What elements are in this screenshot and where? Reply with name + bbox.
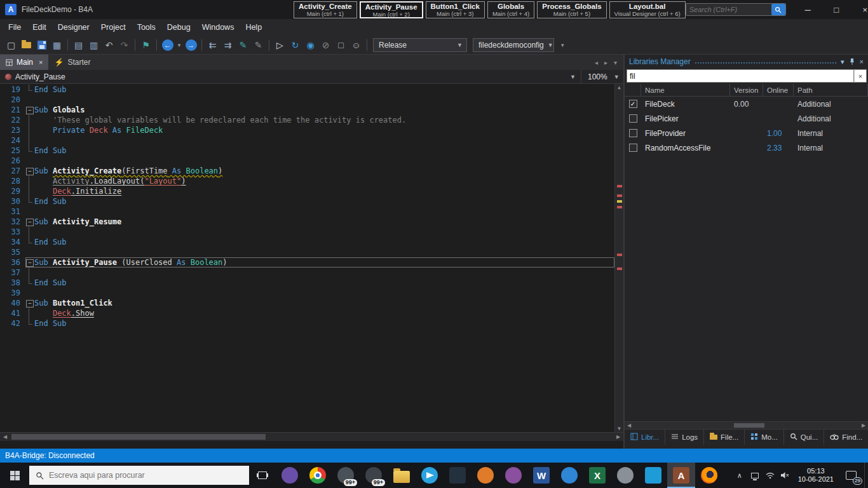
tool-tab-find[interactable]: Find... [824, 430, 868, 445]
stop-icon[interactable]: □ [334, 38, 348, 52]
pin-icon[interactable] [849, 58, 855, 65]
shift-left-icon[interactable]: ⇇ [205, 38, 220, 52]
code-line-21[interactable]: 21Sub Globals [0, 105, 614, 115]
ethernet-icon[interactable] [747, 473, 763, 478]
show-desktop-strip[interactable] [864, 463, 868, 488]
taskbar-app-firefox[interactable] [695, 463, 723, 488]
code-line-35[interactable]: 35 [0, 247, 614, 257]
menu-tools[interactable]: Tools [132, 19, 161, 36]
fold-collapse-icon[interactable] [25, 166, 34, 176]
code-line-28[interactable]: 28 Activity.LoadLayout("Layout") [0, 176, 614, 186]
quick-tab-layout.bal[interactable]: Layout.balVisual Designer (ctrl + 6) [609, 1, 686, 18]
fold-collapse-icon[interactable] [25, 298, 34, 308]
code-line-31[interactable]: 31 [0, 207, 614, 217]
wifi-icon[interactable] [763, 471, 778, 479]
add-module-icon[interactable]: ▤ [71, 38, 86, 52]
tab-list-icon[interactable]: ▾ [614, 59, 617, 66]
tool-tab-mo[interactable]: Mo... [745, 430, 784, 445]
close-tab-icon[interactable]: × [39, 58, 43, 66]
undo-icon[interactable]: ↶ [102, 38, 116, 52]
tab-main[interactable]: Main × [0, 55, 48, 70]
new-file-icon[interactable]: ▢ [4, 38, 18, 52]
fold-collapse-icon[interactable] [25, 105, 34, 115]
taskbar-app-chrome[interactable] [304, 463, 332, 488]
menu-debug[interactable]: Debug [161, 19, 196, 36]
library-row-filedeck[interactable]: ✓FileDeck0.00Additional [625, 97, 868, 111]
code-line-33[interactable]: 33 [0, 227, 614, 237]
code-line-40[interactable]: 40Sub Button1_Click [0, 298, 614, 308]
library-row-filepicker[interactable]: FilePickerAdditional [625, 111, 868, 126]
run-icon[interactable]: ▷ [273, 38, 287, 52]
save-icon[interactable] [34, 38, 49, 52]
scroll-right-icon[interactable]: ▶ [859, 423, 868, 428]
taskbar-app-excel[interactable]: X [583, 463, 611, 488]
taskbar-app-visual-studio[interactable] [499, 463, 527, 488]
scroll-tabs-left-icon[interactable]: ◂ [595, 59, 598, 66]
code-line-26[interactable]: 26 [0, 156, 614, 166]
code-line-25[interactable]: 25End Sub [0, 146, 614, 156]
code-line-34[interactable]: 34End Sub [0, 237, 614, 247]
rapid-debug-icon[interactable]: ↻ [288, 38, 302, 52]
scroll-up-icon[interactable]: ▲ [615, 85, 623, 90]
column-path[interactable]: Path [794, 84, 868, 96]
start-button[interactable] [0, 463, 29, 488]
menu-help[interactable]: Help [240, 19, 268, 36]
tool-tab-libr[interactable]: Libr... [625, 430, 665, 445]
column-version[interactable]: Version [730, 84, 763, 96]
panel-menu-icon[interactable]: ▾ [841, 58, 844, 66]
code-line-36[interactable]: 36Sub Activity_Pause (UserClosed As Bool… [0, 257, 614, 268]
redo-icon[interactable]: ↷ [117, 38, 132, 52]
code-line-22[interactable]: 22 'These global variables will be redec… [0, 115, 614, 125]
action-center-button[interactable]: 29 [839, 463, 863, 488]
bookmark-icon[interactable]: ⚑ [139, 38, 153, 52]
taskbar-search-input[interactable] [49, 471, 243, 480]
sub-selector-dropdown[interactable]: Activity_Pause ▼ [0, 70, 581, 83]
clock[interactable]: 05:13 10-06-2021 [793, 467, 839, 484]
scroll-left-icon[interactable]: ◀ [0, 434, 10, 440]
tool-tab-logs[interactable]: Logs [665, 430, 704, 445]
search-button[interactable] [771, 4, 785, 15]
menu-file[interactable]: File [3, 19, 27, 36]
scroll-tabs-right-icon[interactable]: ▸ [604, 59, 607, 66]
taskbar-app-app-purple[interactable] [276, 463, 304, 488]
attach-icon[interactable]: ◉ [303, 38, 318, 52]
code-line-19[interactable]: 19End Sub [0, 85, 614, 95]
code-line-20[interactable]: 20 [0, 95, 614, 105]
shift-right-icon[interactable]: ⇉ [220, 38, 235, 52]
smiley-icon[interactable]: ☺ [349, 38, 363, 52]
taskbar-app-app-blue[interactable] [555, 463, 583, 488]
checkbox-checked[interactable]: ✓ [629, 100, 637, 108]
checkbox-unchecked[interactable] [629, 129, 637, 137]
panel-horizontal-scrollbar[interactable]: ◀ ▶ [625, 421, 868, 429]
library-row-fileprovider[interactable]: FileProvider1.00Internal [625, 126, 868, 140]
taskbar-app-app-gray[interactable] [611, 463, 639, 488]
taskbar-app-app-orange[interactable] [471, 463, 499, 488]
search-input[interactable] [686, 6, 771, 13]
taskbar-app-b4a[interactable]: A [667, 463, 695, 488]
fold-collapse-icon[interactable] [25, 257, 34, 268]
uncomment-icon[interactable]: ✎ [251, 38, 266, 52]
code-line-32[interactable]: 32Sub Activity_Resume [0, 217, 614, 227]
code-line-29[interactable]: 29 Deck.Initialize [0, 186, 614, 196]
back-history-icon[interactable]: ▾ [175, 38, 183, 52]
taskbar-app-app-teal[interactable] [639, 463, 667, 488]
scrollbar-thumb[interactable] [11, 434, 266, 440]
quick-tab-process_globals[interactable]: Process_GlobalsMain (ctrl + 5) [537, 1, 606, 18]
taskbar-search-box[interactable] [29, 466, 249, 485]
edit-module-icon[interactable]: ▥ [86, 38, 101, 52]
navigate-back-icon[interactable]: ← [160, 38, 175, 52]
library-filter-input[interactable] [627, 69, 854, 83]
column-name[interactable]: Name [641, 84, 730, 96]
task-view-button[interactable] [249, 463, 276, 488]
tab-starter[interactable]: ⚡ Starter [48, 55, 96, 70]
open-folder-icon[interactable] [19, 38, 34, 52]
taskbar-app-app-messages-2[interactable]: 99+ [360, 463, 388, 488]
code-area[interactable]: 19End Sub2021Sub Globals22 'These global… [0, 84, 614, 432]
scroll-left-icon[interactable]: ◀ [625, 423, 634, 428]
clear-filter-icon[interactable]: × [854, 69, 867, 83]
code-line-37[interactable]: 37 [0, 268, 614, 278]
scroll-down-icon[interactable]: ▼ [615, 426, 623, 431]
no-debug-icon[interactable]: ⊘ [318, 38, 333, 52]
taskbar-app-app-messages-1[interactable]: 99+ [332, 463, 360, 488]
close-button[interactable]: × [851, 0, 868, 19]
